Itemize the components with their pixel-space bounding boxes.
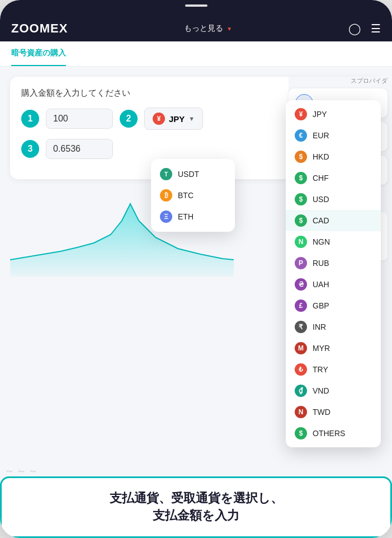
status-bar: [0, 0, 392, 16]
eur-dropdown-icon: €: [295, 129, 307, 142]
eth-label: ETH: [178, 212, 193, 221]
main-content: 購入金額を入力してください 1 100 2 ¥ JPY ▼ 3 0.6536: [0, 67, 392, 538]
rub-dropdown-icon: P: [295, 257, 307, 269]
others-label: OTHERS: [313, 429, 345, 438]
twd-label: TWD: [313, 408, 330, 417]
myr-dropdown-icon: M: [295, 342, 307, 354]
dropdown-item-others[interactable]: $ OTHERS: [286, 423, 381, 444]
logo: ZOOMEX: [11, 21, 68, 36]
ngn-label: NGN: [313, 237, 330, 246]
crypto-dropdown: T USDT ₿ BTC Ξ ETH: [151, 159, 235, 232]
menu-icon[interactable]: ☰: [371, 22, 381, 35]
dropdown-item-jpy[interactable]: ¥ JPY: [286, 104, 381, 125]
fiat-currency-selector[interactable]: ¥ JPY ▼: [144, 107, 203, 130]
nav-arrow: ▼: [226, 26, 232, 32]
user-icon[interactable]: ◯: [348, 22, 361, 35]
inr-label: INR: [313, 322, 326, 331]
btc-dropdown-icon: ₿: [160, 189, 172, 202]
cad-label: CAD: [313, 216, 329, 225]
usd-label: USD: [313, 195, 329, 204]
dropdown-item-eth[interactable]: Ξ ETH: [151, 206, 235, 227]
dropdown-item-vnd[interactable]: ₫ VND: [286, 380, 381, 401]
usdt-label: USDT: [178, 170, 199, 179]
tooltip-line2: 支払金額を入力: [153, 507, 239, 525]
fiat-dropdown-arrow: ▼: [188, 115, 195, 122]
dropdown-item-gbp[interactable]: £ GBP: [286, 295, 381, 316]
hkd-dropdown-icon: $: [295, 151, 307, 163]
header-nav[interactable]: もっと見る ▼: [184, 24, 232, 34]
uah-label: UAH: [313, 280, 329, 289]
tab-buy-crypto[interactable]: 暗号資産の購入: [11, 41, 66, 66]
eur-label: EUR: [313, 131, 329, 140]
dropdown-item-try[interactable]: ₺ TRY: [286, 359, 381, 380]
dropdown-item-inr[interactable]: ₹ INR: [286, 316, 381, 338]
dropdown-item-uah[interactable]: ₴ UAH: [286, 274, 381, 295]
step-3-badge: 3: [21, 140, 39, 158]
hkd-label: HKD: [313, 152, 329, 161]
vnd-label: VND: [313, 386, 329, 395]
vnd-dropdown-icon: ₫: [295, 385, 307, 397]
btc-label: BTC: [178, 191, 193, 200]
header: ZOOMEX もっと見る ▼ ◯ ☰: [0, 16, 392, 41]
currency-dropdown: ¥ JPY € EUR $ HKD $ CHF $ USD $ CAD: [286, 100, 381, 447]
gbp-label: GBP: [313, 301, 329, 310]
tooltip-line1: 支払通貨、受取通貨を選択し、: [110, 490, 283, 507]
dropdown-item-cad[interactable]: $ CAD: [286, 210, 381, 231]
fiat-currency-label: JPY: [169, 114, 185, 124]
myr-label: MYR: [313, 344, 330, 353]
scroll-indicator: [185, 4, 207, 7]
eth-dropdown-icon: Ξ: [160, 210, 172, 223]
step-2-badge: 2: [120, 110, 138, 128]
rub-label: RUB: [313, 259, 329, 268]
wave-decoration: ～～～: [4, 464, 40, 478]
dropdown-item-chf[interactable]: $ CHF: [286, 167, 381, 189]
dropdown-item-btc[interactable]: ₿ BTC: [151, 185, 235, 206]
chf-label: CHF: [313, 174, 329, 183]
dropdown-item-hkd[interactable]: $ HKD: [286, 146, 381, 167]
dropdown-item-myr[interactable]: M MYR: [286, 338, 381, 359]
twd-dropdown-icon: N: [295, 406, 307, 418]
dropdown-item-eur[interactable]: € EUR: [286, 125, 381, 146]
ngn-dropdown-icon: N: [295, 236, 307, 248]
bottom-tooltip: 支払通貨、受取通貨を選択し、 支払金額を入力: [0, 476, 392, 538]
dropdown-item-rub[interactable]: P RUB: [286, 252, 381, 274]
try-label: TRY: [313, 365, 328, 374]
tab-bar: 暗号資産の購入: [0, 41, 392, 67]
jpy-icon: ¥: [153, 113, 165, 125]
uah-dropdown-icon: ₴: [295, 278, 307, 291]
inr-dropdown-icon: ₹: [295, 321, 307, 333]
provider-label: スプロバイダ: [289, 77, 392, 88]
gbp-dropdown-icon: £: [295, 300, 307, 312]
wave-area: ～～～: [0, 461, 392, 478]
chf-dropdown-icon: $: [295, 172, 307, 184]
try-dropdown-icon: ₺: [295, 363, 307, 376]
dropdown-item-usdt[interactable]: T USDT: [151, 163, 235, 185]
dropdown-item-ngn[interactable]: N NGN: [286, 231, 381, 252]
nav-label: もっと見る: [184, 24, 223, 34]
header-icons: ◯ ☰: [348, 22, 381, 35]
cad-dropdown-icon: $: [295, 214, 307, 227]
amount-input[interactable]: 100: [46, 109, 113, 129]
others-dropdown-icon: $: [295, 427, 307, 439]
phone-frame: ZOOMEX もっと見る ▼ ◯ ☰ 暗号資産の購入 購入金額を入力してください…: [0, 0, 392, 538]
jpy-label: JPY: [313, 110, 327, 119]
step-1-badge: 1: [21, 110, 39, 128]
crypto-input[interactable]: 0.6536: [46, 139, 113, 159]
dropdown-item-usd[interactable]: $ USD: [286, 189, 381, 210]
usdt-dropdown-icon: T: [160, 168, 172, 180]
dropdown-item-twd[interactable]: N TWD: [286, 401, 381, 423]
jpy-dropdown-icon: ¥: [295, 108, 307, 120]
usd-dropdown-icon: $: [295, 193, 307, 205]
